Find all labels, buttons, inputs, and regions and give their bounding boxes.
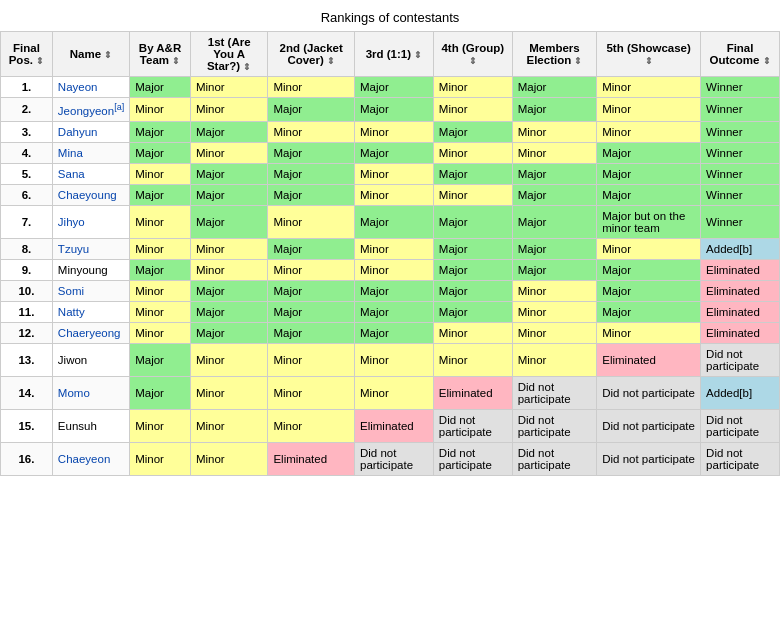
cell-first: Minor xyxy=(190,77,267,98)
cell-fourth: Minor xyxy=(433,343,512,376)
cell-third: Did not participate xyxy=(355,442,434,475)
cell-name[interactable]: Tzuyu xyxy=(52,238,129,259)
col-header-members[interactable]: Members Election ⇕ xyxy=(512,32,597,77)
cell-name[interactable]: Jihyo xyxy=(52,205,129,238)
cell-aar: Major xyxy=(130,142,191,163)
table-row: 6.ChaeyoungMajorMajorMajorMinorMinorMajo… xyxy=(1,184,780,205)
cell-second: Major xyxy=(268,280,355,301)
cell-outcome: Added[b] xyxy=(701,376,780,409)
cell-name[interactable]: Chaeyoung xyxy=(52,184,129,205)
table-row: 16.ChaeyeonMinorMinorEliminatedDid not p… xyxy=(1,442,780,475)
cell-outcome: Eliminated xyxy=(701,280,780,301)
sort-icon-fourth: ⇕ xyxy=(469,56,477,66)
cell-first: Minor xyxy=(190,238,267,259)
cell-members: Did not participate xyxy=(512,442,597,475)
cell-fifth: Minor xyxy=(597,77,701,98)
cell-name[interactable]: Momo xyxy=(52,376,129,409)
cell-fifth: Major xyxy=(597,142,701,163)
cell-fifth: Did not participate xyxy=(597,376,701,409)
col-header-pos[interactable]: Final Pos. ⇕ xyxy=(1,32,53,77)
table-row: 3.DahyunMajorMajorMinorMinorMajorMinorMi… xyxy=(1,121,780,142)
cell-name[interactable]: Jeongyeon[a] xyxy=(52,98,129,122)
col-header-name[interactable]: Name ⇕ xyxy=(52,32,129,77)
cell-fourth: Eliminated xyxy=(433,376,512,409)
cell-second: Minor xyxy=(268,121,355,142)
cell-pos: 8. xyxy=(1,238,53,259)
cell-pos: 12. xyxy=(1,322,53,343)
col-header-fifth[interactable]: 5th (Showcase) ⇕ xyxy=(597,32,701,77)
cell-third: Minor xyxy=(355,184,434,205)
cell-pos: 2. xyxy=(1,98,53,122)
cell-fourth: Did not participate xyxy=(433,409,512,442)
table-row: 4.MinaMajorMinorMajorMajorMinorMinorMajo… xyxy=(1,142,780,163)
cell-name: Jiwon xyxy=(52,343,129,376)
cell-name[interactable]: Chaeryeong xyxy=(52,322,129,343)
cell-first: Major xyxy=(190,301,267,322)
col-header-third[interactable]: 3rd (1:1) ⇕ xyxy=(355,32,434,77)
cell-pos: 4. xyxy=(1,142,53,163)
cell-fifth: Major xyxy=(597,259,701,280)
cell-pos: 13. xyxy=(1,343,53,376)
cell-second: Eliminated xyxy=(268,442,355,475)
cell-outcome: Eliminated xyxy=(701,322,780,343)
table-row: 13.JiwonMajorMinorMinorMinorMinorMinorEl… xyxy=(1,343,780,376)
cell-aar: Minor xyxy=(130,205,191,238)
cell-fifth: Major xyxy=(597,280,701,301)
cell-second: Minor xyxy=(268,376,355,409)
cell-name[interactable]: Natty xyxy=(52,301,129,322)
cell-name[interactable]: Mina xyxy=(52,142,129,163)
cell-name: Eunsuh xyxy=(52,409,129,442)
cell-name[interactable]: Nayeon xyxy=(52,77,129,98)
cell-first: Major xyxy=(190,184,267,205)
sort-icon-aar: ⇕ xyxy=(172,56,180,66)
cell-aar: Minor xyxy=(130,442,191,475)
cell-pos: 6. xyxy=(1,184,53,205)
cell-aar: Minor xyxy=(130,163,191,184)
col-header-second[interactable]: 2nd (Jacket Cover) ⇕ xyxy=(268,32,355,77)
cell-name[interactable]: Chaeyeon xyxy=(52,442,129,475)
cell-aar: Major xyxy=(130,343,191,376)
cell-members: Minor xyxy=(512,343,597,376)
sort-icon-second: ⇕ xyxy=(327,56,335,66)
table-row: 12.ChaeryeongMinorMajorMajorMajorMinorMi… xyxy=(1,322,780,343)
cell-first: Minor xyxy=(190,98,267,122)
cell-third: Minor xyxy=(355,343,434,376)
col-header-outcome[interactable]: Final Outcome ⇕ xyxy=(701,32,780,77)
cell-third: Minor xyxy=(355,259,434,280)
cell-members: Major xyxy=(512,77,597,98)
cell-fourth: Minor xyxy=(433,98,512,122)
col-header-aar[interactable]: By A&R Team ⇕ xyxy=(130,32,191,77)
cell-aar: Minor xyxy=(130,98,191,122)
cell-name[interactable]: Somi xyxy=(52,280,129,301)
cell-pos: 14. xyxy=(1,376,53,409)
cell-outcome: Winner xyxy=(701,184,780,205)
cell-first: Minor xyxy=(190,142,267,163)
cell-outcome: Did not participate xyxy=(701,343,780,376)
cell-aar: Major xyxy=(130,376,191,409)
table-row: 1.NayeonMajorMinorMinorMajorMinorMajorMi… xyxy=(1,77,780,98)
cell-name[interactable]: Sana xyxy=(52,163,129,184)
cell-members: Major xyxy=(512,184,597,205)
cell-third: Minor xyxy=(355,163,434,184)
page-title: Rankings of contestants xyxy=(0,0,780,31)
table-row: 7.JihyoMinorMajorMinorMajorMajorMajorMaj… xyxy=(1,205,780,238)
cell-first: Major xyxy=(190,322,267,343)
cell-pos: 5. xyxy=(1,163,53,184)
cell-third: Minor xyxy=(355,121,434,142)
cell-fifth: Major xyxy=(597,301,701,322)
col-header-first[interactable]: 1st (Are You A Star?) ⇕ xyxy=(190,32,267,77)
col-header-fourth[interactable]: 4th (Group) ⇕ xyxy=(433,32,512,77)
cell-fifth: Minor xyxy=(597,121,701,142)
cell-fourth: Major xyxy=(433,163,512,184)
cell-pos: 9. xyxy=(1,259,53,280)
cell-outcome: Added[b] xyxy=(701,238,780,259)
sort-icon-third: ⇕ xyxy=(414,50,422,60)
cell-third: Major xyxy=(355,280,434,301)
cell-outcome: Eliminated xyxy=(701,301,780,322)
cell-name[interactable]: Dahyun xyxy=(52,121,129,142)
cell-third: Major xyxy=(355,142,434,163)
cell-members: Major xyxy=(512,238,597,259)
cell-fourth: Minor xyxy=(433,322,512,343)
cell-pos: 15. xyxy=(1,409,53,442)
cell-fourth: Did not participate xyxy=(433,442,512,475)
